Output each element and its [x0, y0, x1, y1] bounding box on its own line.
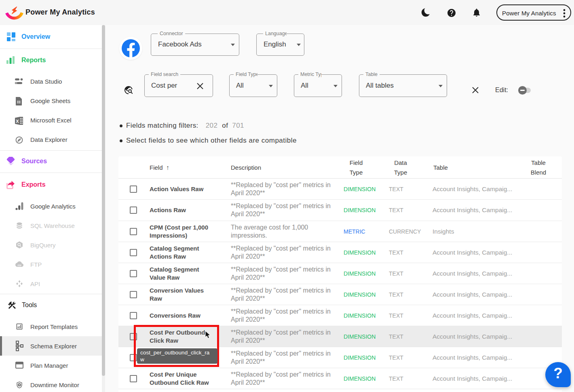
svg-text:X: X	[16, 119, 19, 124]
svg-text:FTP: FTP	[18, 265, 21, 267]
